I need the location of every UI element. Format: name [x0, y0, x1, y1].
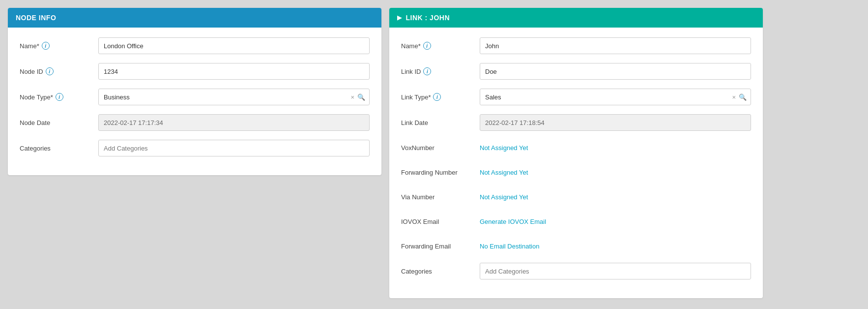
iovox-email-row: IOVOX Email Generate IOVOX Email	[401, 214, 751, 229]
node-type-clear-icon[interactable]: ×	[350, 94, 354, 100]
node-id-row: Node ID i	[20, 63, 370, 80]
node-date-label: Node Date	[20, 119, 98, 126]
node-type-row: Node Type* i Business × 🔍	[20, 89, 370, 105]
link-date-input	[480, 114, 751, 131]
node-date-row: Node Date	[20, 114, 370, 131]
link-type-search-icon[interactable]: 🔍	[739, 94, 747, 100]
link-type-row: Link Type* i Sales × 🔍	[401, 89, 751, 105]
link-name-info-icon[interactable]: i	[423, 42, 431, 50]
link-name-input[interactable]	[480, 37, 751, 54]
via-number-label: Via Number	[401, 193, 480, 201]
via-number-row: Via Number Not Assigned Yet	[401, 189, 751, 205]
link-panel-body: Name* i Link ID i Link Type* i Sales × 🔍	[389, 28, 763, 298]
link-panel: ▶ LINK : JOHN Name* i Link ID i Link Typ…	[389, 8, 763, 298]
link-categories-row: Categories	[401, 263, 751, 279]
link-id-row: Link ID i	[401, 63, 751, 80]
node-info-header: NODE INFO	[8, 8, 381, 28]
iovox-email-label: IOVOX Email	[401, 218, 480, 225]
node-type-info-icon[interactable]: i	[56, 93, 63, 101]
link-date-label: Link Date	[401, 119, 480, 126]
link-panel-header: ▶ LINK : JOHN	[389, 8, 763, 28]
link-id-input[interactable]	[480, 63, 751, 80]
forwarding-number-row: Forwarding Number Not Assigned Yet	[401, 164, 751, 180]
via-number-value[interactable]: Not Assigned Yet	[480, 193, 751, 201]
node-type-label: Node Type* i	[20, 93, 98, 101]
categories-input[interactable]	[98, 140, 370, 156]
name-input[interactable]	[98, 37, 370, 54]
node-id-info-icon[interactable]: i	[46, 67, 54, 75]
link-id-info-icon[interactable]: i	[423, 67, 431, 75]
name-label: Name* i	[20, 42, 98, 50]
forwarding-email-label: Forwarding Email	[401, 243, 480, 250]
link-panel-title: LINK : JOHN	[406, 14, 450, 22]
node-info-panel: NODE INFO Name* i Node ID i Node Type* i	[8, 8, 381, 175]
node-info-title: NODE INFO	[16, 14, 56, 22]
link-type-value: Sales	[485, 93, 729, 101]
node-id-label: Node ID i	[20, 67, 98, 75]
forwarding-email-value[interactable]: No Email Destination	[480, 243, 751, 250]
forwarding-number-label: Forwarding Number	[401, 169, 480, 176]
link-categories-label: Categories	[401, 268, 480, 275]
forwarding-email-row: Forwarding Email No Email Destination	[401, 238, 751, 254]
node-info-body: Name* i Node ID i Node Type* i Business …	[8, 28, 381, 175]
link-arrow-icon: ▶	[397, 14, 402, 21]
link-type-info-icon[interactable]: i	[433, 93, 441, 101]
link-id-label: Link ID i	[401, 67, 480, 75]
node-date-input	[98, 114, 370, 131]
node-id-input[interactable]	[98, 63, 370, 80]
node-type-search-icon[interactable]: 🔍	[357, 94, 365, 100]
link-type-select[interactable]: Sales × 🔍	[480, 89, 751, 105]
categories-row: Categories	[20, 140, 370, 156]
vox-number-value[interactable]: Not Assigned Yet	[480, 144, 751, 152]
link-date-row: Link Date	[401, 114, 751, 131]
node-type-value: Business	[104, 93, 347, 101]
forwarding-number-value[interactable]: Not Assigned Yet	[480, 169, 751, 176]
node-type-select[interactable]: Business × 🔍	[98, 89, 370, 105]
iovox-email-value[interactable]: Generate IOVOX Email	[480, 218, 751, 225]
link-name-row: Name* i	[401, 37, 751, 54]
name-info-icon[interactable]: i	[42, 42, 50, 50]
link-categories-input[interactable]	[480, 263, 751, 279]
vox-number-row: VoxNumber Not Assigned Yet	[401, 140, 751, 155]
link-name-label: Name* i	[401, 42, 480, 50]
name-row: Name* i	[20, 37, 370, 54]
link-type-label: Link Type* i	[401, 93, 480, 101]
vox-number-label: VoxNumber	[401, 144, 480, 152]
link-type-clear-icon[interactable]: ×	[732, 94, 736, 100]
categories-label: Categories	[20, 145, 98, 152]
